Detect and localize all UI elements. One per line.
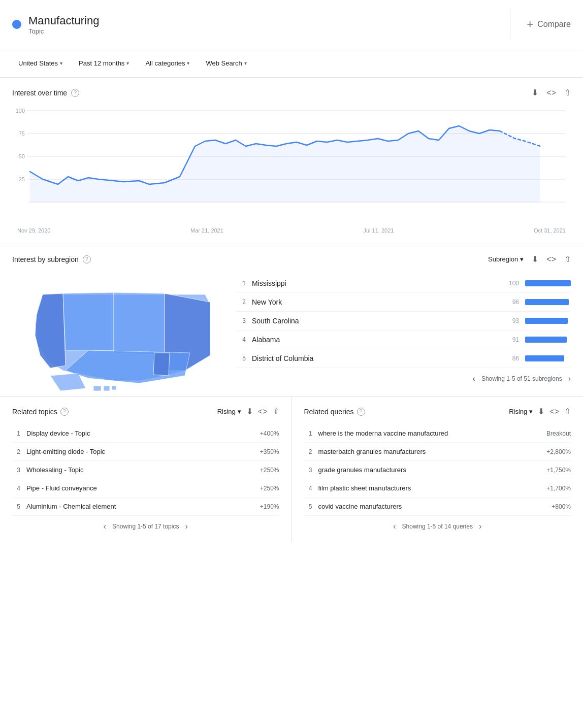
section-title: Interest over time [12, 89, 67, 97]
subregion-controls: Subregion ▾ ⬇ <> ⇧ [488, 254, 571, 264]
related-queries-panel: Related queries ? Rising ▾ ⬇ <> ⇧ 1 wher… [292, 396, 584, 541]
rankings-list: 1 Mississippi 100 2 New York 96 3 South … [236, 274, 571, 386]
topic-name: Aluminium - Chemical element [26, 503, 254, 510]
list-item: 1 Display device - Topic +400% [12, 424, 279, 443]
subregion-body: 1 Mississippi 100 2 New York 96 3 South … [12, 274, 571, 386]
queries-embed-icon[interactable]: <> [549, 407, 559, 416]
subregion-help-icon[interactable]: ? [83, 255, 91, 263]
map-svg [12, 274, 225, 396]
rank-value: 96 [505, 299, 519, 306]
queries-title: Related queries [304, 408, 354, 416]
queries-download-icon[interactable]: ⬇ [538, 407, 544, 416]
search-type-filter[interactable]: Web Search ▾ [200, 56, 252, 70]
query-name: covid vaccine manufacturers [318, 503, 546, 510]
ranking-bar [525, 337, 567, 343]
subregion-header: Interest by subregion ? Subregion ▾ ⬇ <>… [12, 254, 571, 264]
period-arrow-icon: ▾ [126, 60, 129, 66]
topic-name: Wholesaling - Topic [26, 466, 254, 474]
table-row: 5 District of Columbia 86 [236, 349, 571, 368]
topics-help-icon[interactable]: ? [60, 408, 69, 416]
queries-help-icon[interactable]: ? [357, 408, 365, 416]
section-actions: ⬇ <> ⇧ [532, 88, 571, 97]
filters-bar: United States ▾ Past 12 months ▾ All cat… [0, 49, 583, 78]
help-icon[interactable]: ? [71, 89, 79, 97]
search-type-arrow-icon: ▾ [244, 60, 247, 66]
region-name: District of Columbia [252, 354, 499, 362]
query-name: masterbatch granules manufacturers [318, 448, 541, 455]
topics-pagination: ‹ Showing 1-5 of 17 topics › [12, 516, 279, 531]
compare-button[interactable]: + Compare [527, 18, 571, 31]
topics-pagination-text: Showing 1-5 of 17 topics [112, 523, 179, 530]
topics-next-button[interactable]: › [185, 522, 187, 531]
bar-container [525, 318, 571, 324]
embed-icon[interactable]: <> [546, 88, 556, 97]
topic-value: +250% [260, 485, 279, 492]
section-title-group: Interest over time ? [12, 89, 79, 97]
item-rank: 1 [304, 430, 312, 437]
query-value: +1,750% [546, 467, 571, 474]
item-rank: 2 [12, 448, 20, 455]
svg-text:75: 75 [19, 130, 25, 137]
next-page-button[interactable]: › [568, 374, 571, 383]
queries-next-button[interactable]: › [479, 522, 481, 531]
topics-embed-icon[interactable]: <> [258, 407, 268, 416]
bar-container [525, 280, 571, 286]
x-label-2: Mar 21, 2021 [190, 227, 223, 234]
bar-container [525, 337, 571, 343]
subregion-arrow-icon: ▾ [520, 255, 524, 263]
topics-prev-button[interactable]: ‹ [104, 522, 106, 531]
queries-pagination: ‹ Showing 1-5 of 14 queries › [304, 516, 571, 531]
ranking-bar [525, 355, 564, 361]
topic-value: +350% [260, 448, 279, 455]
plus-icon: + [527, 18, 533, 31]
category-filter[interactable]: All categories ▾ [139, 56, 196, 70]
item-rank: 5 [304, 503, 312, 510]
item-rank: 1 [12, 430, 20, 437]
search-type-label: Web Search [206, 59, 242, 67]
chart-area: 100 75 50 25 [12, 106, 571, 217]
region-label: United States [18, 59, 58, 67]
query-value: Breakout [546, 430, 571, 437]
item-rank: 4 [304, 485, 312, 492]
subregion-share-icon[interactable]: ⇧ [564, 254, 571, 264]
query-value: +1,700% [546, 485, 571, 492]
region-filter[interactable]: United States ▾ [12, 56, 69, 70]
chart-x-labels: Nov 29, 2020 Mar 21, 2021 Jul 11, 2021 O… [12, 227, 571, 234]
bar-container [525, 355, 571, 361]
period-filter[interactable]: Past 12 months ▾ [73, 56, 135, 70]
topic-name: Light-emitting diode - Topic [26, 448, 254, 455]
queries-prev-button[interactable]: ‹ [393, 522, 396, 531]
region-name: Mississippi [252, 279, 499, 287]
related-topics-panel: Related topics ? Rising ▾ ⬇ <> ⇧ 1 Displ… [0, 396, 292, 541]
download-icon[interactable]: ⬇ [532, 88, 538, 97]
query-name: where is the moderna vaccine manufacture… [318, 429, 540, 437]
list-item: 3 grade granules manufacturers +1,750% [304, 461, 571, 479]
topic-value: +190% [260, 503, 279, 510]
header: Manufacturing Topic + Compare [0, 0, 583, 49]
share-icon[interactable]: ⇧ [564, 88, 571, 97]
topic-value: +250% [260, 467, 279, 474]
svg-marker-9 [30, 126, 540, 202]
subregion-dropdown[interactable]: Subregion ▾ [488, 255, 524, 263]
rank-number: 4 [236, 336, 246, 343]
topics-download-icon[interactable]: ⬇ [246, 407, 253, 416]
rank-number: 1 [236, 280, 246, 287]
topics-title-group: Related topics ? [12, 408, 69, 416]
region-name: New York [252, 298, 499, 306]
subregion-embed-icon[interactable]: <> [546, 255, 556, 264]
list-item: 2 masterbatch granules manufacturers +2,… [304, 443, 571, 461]
topics-filter-dropdown[interactable]: Rising ▾ [217, 408, 241, 415]
query-name: grade granules manufacturers [318, 466, 541, 474]
queries-share-icon[interactable]: ⇧ [564, 407, 571, 416]
topics-filter-arrow-icon: ▾ [238, 408, 241, 415]
prev-page-button[interactable]: ‹ [473, 374, 475, 383]
ranking-bar [525, 318, 568, 324]
interest-by-subregion-section: Interest by subregion ? Subregion ▾ ⬇ <>… [0, 244, 583, 396]
queries-filter-dropdown[interactable]: Rising ▾ [509, 408, 533, 415]
item-rank: 5 [12, 503, 20, 510]
topics-share-icon[interactable]: ⇧ [273, 407, 279, 416]
list-item: 4 Pipe - Fluid conveyance +250% [12, 479, 279, 498]
queries-pagination-text: Showing 1-5 of 14 queries [402, 523, 473, 530]
subregion-download-icon[interactable]: ⬇ [532, 254, 538, 264]
bar-container [525, 299, 571, 305]
